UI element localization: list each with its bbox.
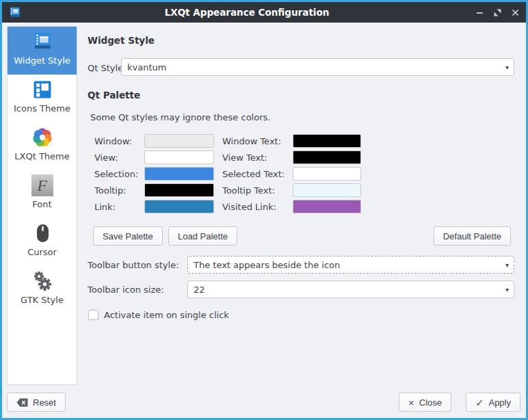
close-window-button[interactable] xyxy=(511,8,519,16)
titlebar[interactable]: LXQt Appearance Configuration xyxy=(2,2,526,23)
restore-button[interactable] xyxy=(493,8,501,16)
backspace-icon xyxy=(16,398,28,407)
palette-label-view: View: xyxy=(94,153,144,163)
qt-palette-header: Qt Palette xyxy=(88,90,140,101)
palette-label-visited-link: Visited Link: xyxy=(222,202,293,212)
toolbar-icon-size-value: 22 xyxy=(194,285,205,295)
gtk-style-gears-icon xyxy=(31,270,53,292)
sidebar-item-font[interactable]: F Font xyxy=(8,170,77,218)
cursor-mouse-icon xyxy=(31,222,53,244)
sidebar-item-lxqt-theme[interactable]: LXQt Theme xyxy=(8,122,77,170)
palette-label-link: Link: xyxy=(94,202,144,212)
lxqt-theme-icon xyxy=(31,127,53,148)
palette-grid: Window: Window Text: View: View Text: Se… xyxy=(94,133,361,215)
window-controls xyxy=(475,2,519,23)
chevron-down-icon: ▾ xyxy=(505,261,509,269)
chevron-down-icon: ▾ xyxy=(505,286,509,293)
qt-style-combobox[interactable]: kvantum ▾ xyxy=(121,58,514,76)
palette-label-window-text: Window Text: xyxy=(222,136,293,146)
sidebar-item-widget-style[interactable]: Widget Style xyxy=(8,27,77,75)
view-text-color-swatch[interactable] xyxy=(293,150,361,164)
visited-link-color-swatch[interactable] xyxy=(293,200,361,213)
widget-style-icon xyxy=(31,31,53,53)
palette-label-tooltip-text: Tooltip Text: xyxy=(222,185,293,196)
minimize-button[interactable] xyxy=(475,8,484,16)
default-palette-button[interactable]: Default Palette xyxy=(434,226,511,246)
palette-label-tooltip: Tooltip: xyxy=(94,185,144,196)
toolbar-icon-size-label: Toolbar icon size: xyxy=(88,285,164,295)
close-button[interactable]: × Close xyxy=(399,393,451,412)
apply-button[interactable]: ✓ Apply xyxy=(466,393,520,412)
sidebar-item-gtk-style[interactable]: GTK Style xyxy=(8,266,77,314)
window-title: LXQt Appearance Configuration xyxy=(29,7,464,18)
lxqt-appearance-window: LXQt Appearance Configuration xyxy=(0,0,528,420)
reset-button[interactable]: Reset xyxy=(7,393,66,412)
app-window-icon xyxy=(8,6,21,19)
chevron-down-icon: ▾ xyxy=(505,64,509,71)
single-click-label: Activate item on single click xyxy=(104,310,229,320)
qt-style-value: kvantum xyxy=(127,62,166,73)
load-palette-button[interactable]: Load Palette xyxy=(168,226,237,246)
category-sidebar: Widget Style Icons Theme xyxy=(7,26,77,385)
toolbar-button-style-label: Toolbar button style: xyxy=(88,260,179,270)
link-color-swatch[interactable] xyxy=(144,200,214,213)
sidebar-item-label: GTK Style xyxy=(21,295,64,305)
sidebar-item-label: LXQt Theme xyxy=(14,151,69,161)
selection-color-swatch[interactable] xyxy=(144,167,214,181)
close-x-icon: × xyxy=(408,397,414,408)
sidebar-item-label: Cursor xyxy=(27,247,57,257)
palette-label-view-text: View Text: xyxy=(222,153,293,163)
sidebar-item-label: Font xyxy=(32,199,51,209)
window-text-color-swatch[interactable] xyxy=(293,134,361,148)
sidebar-item-label: Icons Theme xyxy=(14,103,70,114)
tooltip-color-swatch[interactable] xyxy=(144,183,214,197)
tooltip-text-color-swatch[interactable] xyxy=(293,183,361,197)
qt-style-label: Qt Style xyxy=(88,63,123,73)
palette-note: Some Qt styles may ignore these colors. xyxy=(90,112,270,122)
sidebar-item-cursor[interactable]: Cursor xyxy=(8,218,77,266)
toolbar-button-style-value: The text appears beside the icon xyxy=(194,260,340,270)
window-color-swatch[interactable] xyxy=(144,134,214,148)
sidebar-item-icons-theme[interactable]: Icons Theme xyxy=(8,75,77,122)
toolbar-icon-size-combobox[interactable]: 22 ▾ xyxy=(187,280,514,298)
toolbar-button-style-combobox[interactable]: The text appears beside the icon ▾ xyxy=(187,256,514,274)
font-icon: F xyxy=(31,174,53,196)
sidebar-item-label: Widget Style xyxy=(14,55,70,66)
view-color-swatch[interactable] xyxy=(144,150,214,164)
palette-label-selected-text: Selected Text: xyxy=(222,169,293,179)
palette-label-selection: Selection: xyxy=(94,169,144,179)
palette-label-window: Window: xyxy=(94,136,144,146)
icons-theme-icon xyxy=(31,79,53,101)
checkmark-icon: ✓ xyxy=(475,397,484,408)
widget-style-header: Widget Style xyxy=(88,35,155,46)
single-click-checkbox[interactable] xyxy=(88,310,98,320)
save-palette-button[interactable]: Save Palette xyxy=(93,226,163,246)
selected-text-color-swatch[interactable] xyxy=(293,167,361,181)
